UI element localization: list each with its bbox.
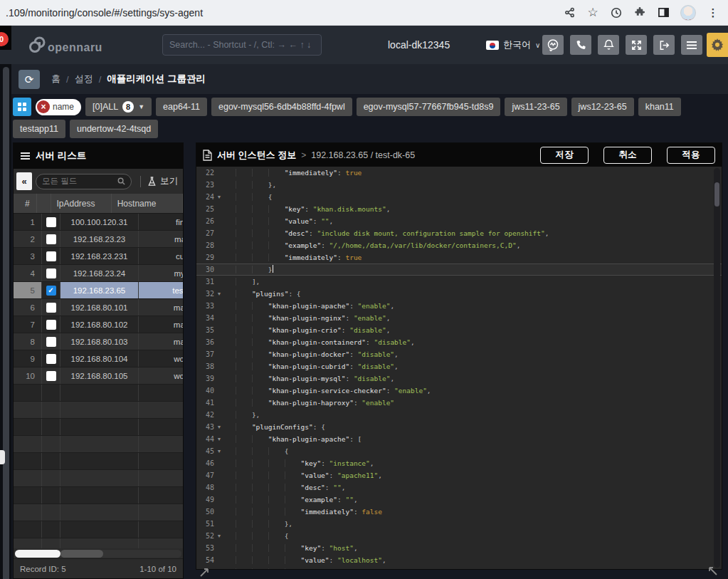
code-line[interactable]: 27 "desc": "include disk mount, configur…: [196, 227, 722, 239]
code-line[interactable]: 44▼ "khan-plugin-apache": [: [196, 433, 722, 445]
row-checkbox[interactable]: [46, 303, 56, 313]
field-search-input[interactable]: 모든 필드: [36, 174, 132, 189]
code-line[interactable]: 46 "key": "instance",: [196, 457, 722, 469]
row-checkbox[interactable]: [46, 251, 56, 261]
code-line[interactable]: 35 "khan-plugin-crio": "disable",: [196, 324, 722, 336]
table-row[interactable]: 4192.168.23.24mysql: [14, 265, 184, 282]
table-row[interactable]: 7192.168.80.102maste: [14, 316, 184, 333]
url-text[interactable]: .109/monitoring/console/#/settings/sys-a…: [6, 7, 203, 19]
opennaru-logo[interactable]: opennaru: [28, 36, 102, 54]
app-group-tag[interactable]: eap64-11: [156, 98, 207, 116]
fold-toggle-icon[interactable]: ▼: [214, 437, 224, 442]
col-hostname[interactable]: Hostname: [112, 194, 183, 213]
fold-toggle-icon[interactable]: ▼: [214, 424, 224, 429]
code-line[interactable]: 24▼ {: [196, 191, 722, 203]
table-row[interactable]: 6192.168.80.101maste: [14, 299, 184, 316]
json-code-editor[interactable]: 22 "immediately": true23 },24▼ {25 "key"…: [196, 167, 722, 569]
code-line[interactable]: 55 "desc": "",: [196, 566, 722, 569]
code-line[interactable]: 49 "example": "",: [196, 494, 722, 506]
remove-filter-icon[interactable]: ×: [37, 100, 50, 113]
global-search-input[interactable]: Search... - Shortcut - /, Ctl: → ← ↑ ↓: [162, 34, 322, 56]
app-group-tag[interactable]: egov-mysql57-77667fb945-td8s9: [357, 98, 501, 116]
code-line[interactable]: 48 "desc": "",: [196, 481, 722, 494]
code-line[interactable]: 31 ],: [196, 276, 722, 288]
code-line[interactable]: 50 "immediately": false: [196, 506, 722, 518]
horizontal-scrollbar[interactable]: [14, 548, 183, 558]
code-line[interactable]: 37 "khan-plugin-docker": "disable",: [196, 348, 722, 360]
profile-avatar[interactable]: [680, 5, 696, 21]
table-row[interactable]: 9192.168.80.104worke: [14, 350, 184, 367]
fold-toggle-icon[interactable]: ▼: [214, 449, 224, 454]
app-group-tag[interactable]: jws12-23-65: [571, 98, 634, 116]
bookmark-star-icon[interactable]: ☆: [586, 6, 599, 19]
all-groups-dropdown[interactable]: [0]ALL 8 ▼: [85, 98, 152, 116]
code-line[interactable]: 34 "khan-plugin-nginx": "enable",: [196, 312, 722, 324]
share-icon[interactable]: [563, 6, 576, 19]
code-line[interactable]: 36 "khan-plugin-containerd": "disable",: [196, 336, 722, 348]
row-checkbox-checked[interactable]: ✓: [46, 286, 56, 296]
editor-vertical-scrollbar[interactable]: [714, 168, 720, 568]
code-line[interactable]: 53 "key": "host",: [196, 542, 722, 554]
app-group-tag[interactable]: undertow-42-4tsqd: [70, 120, 158, 138]
row-checkbox[interactable]: [46, 354, 56, 364]
refresh-button[interactable]: ⟳: [19, 70, 40, 89]
breadcrumb-settings[interactable]: 설정: [75, 73, 93, 85]
grid-view-button[interactable]: [13, 98, 31, 116]
view-button[interactable]: 보기: [147, 175, 178, 187]
code-line[interactable]: 51 },: [196, 518, 722, 530]
code-line[interactable]: 29 "immediately": true: [196, 251, 722, 264]
row-checkbox[interactable]: [46, 337, 56, 347]
breadcrumb-home[interactable]: 홈: [51, 73, 60, 85]
extensions-puzzle-icon[interactable]: [633, 6, 646, 19]
language-selector[interactable]: 한국어 ∨: [486, 26, 540, 64]
browser-menu-icon[interactable]: ⋮: [707, 6, 719, 19]
code-line[interactable]: 40 "khan-plugin-service-checker": "enabl…: [196, 385, 722, 397]
code-line[interactable]: 33 "khan-plugin-apache": "enable",: [196, 300, 722, 312]
code-line[interactable]: 45▼ {: [196, 445, 722, 457]
app-group-tag[interactable]: testapp11: [13, 120, 65, 138]
save-button[interactable]: 저장: [540, 147, 589, 164]
table-row[interactable]: 10192.168.80.105worke: [14, 367, 184, 385]
menu-button[interactable]: [681, 35, 702, 55]
fold-toggle-icon[interactable]: ▼: [214, 291, 224, 296]
code-line[interactable]: 47 "value": "apache11",: [196, 469, 722, 481]
notifications-bell-button[interactable]: [598, 35, 619, 55]
code-line[interactable]: 52▼ {: [196, 530, 722, 542]
fold-toggle-icon[interactable]: ▼: [214, 194, 224, 199]
resize-arrow-right[interactable]: [707, 565, 719, 577]
sidebar-icon[interactable]: [657, 6, 670, 19]
resize-arrow-left[interactable]: [199, 567, 211, 578]
collapse-panel-button[interactable]: «: [16, 172, 32, 190]
left-edge-scrollbar[interactable]: [0, 64, 11, 579]
row-checkbox[interactable]: [46, 268, 56, 278]
code-line[interactable]: 38 "khan-plugin-cubrid": "disable",: [196, 360, 722, 372]
table-row[interactable]: 2192.168.23.23maria: [14, 231, 184, 248]
code-line[interactable]: 41 "khan-plugin-haproxy": "enable": [196, 397, 722, 409]
code-line[interactable]: 30 }: [196, 264, 722, 276]
history-clock-icon[interactable]: [610, 6, 623, 19]
col-number[interactable]: #: [14, 194, 37, 213]
scrollbar-segment[interactable]: [15, 550, 60, 558]
table-row[interactable]: 5✓192.168.23.65test-dk: [14, 282, 184, 299]
left-scrollbar-thumb[interactable]: [3, 67, 9, 579]
row-checkbox[interactable]: [46, 371, 56, 381]
code-line[interactable]: 26 "value": "",: [196, 215, 722, 227]
scrollbar-thumb[interactable]: [60, 550, 103, 558]
code-line[interactable]: 42 },: [196, 409, 722, 421]
code-line[interactable]: 43▼ "pluginConfigs": {: [196, 421, 722, 433]
app-group-tag[interactable]: jws11-23-65: [505, 98, 566, 116]
code-line[interactable]: 25 "key": "khan.disk.mounts",: [196, 203, 722, 215]
row-checkbox[interactable]: [46, 320, 56, 330]
fullscreen-button[interactable]: [626, 35, 647, 55]
row-checkbox[interactable]: [46, 217, 56, 227]
code-line[interactable]: 23 },: [196, 179, 722, 191]
fold-toggle-icon[interactable]: ▼: [214, 533, 224, 538]
code-line[interactable]: 54 "value": "localhost",: [196, 554, 722, 566]
app-group-tag[interactable]: khan11: [638, 98, 681, 116]
code-line[interactable]: 32▼ "plugins": {: [196, 288, 722, 300]
code-line[interactable]: 28 "example": "/,/home,/data,/var/lib/do…: [196, 239, 722, 251]
cancel-button[interactable]: 취소: [603, 147, 652, 164]
row-checkbox[interactable]: [46, 234, 56, 244]
settings-gear-button[interactable]: [707, 33, 728, 57]
drawer-handle[interactable]: [0, 450, 5, 464]
